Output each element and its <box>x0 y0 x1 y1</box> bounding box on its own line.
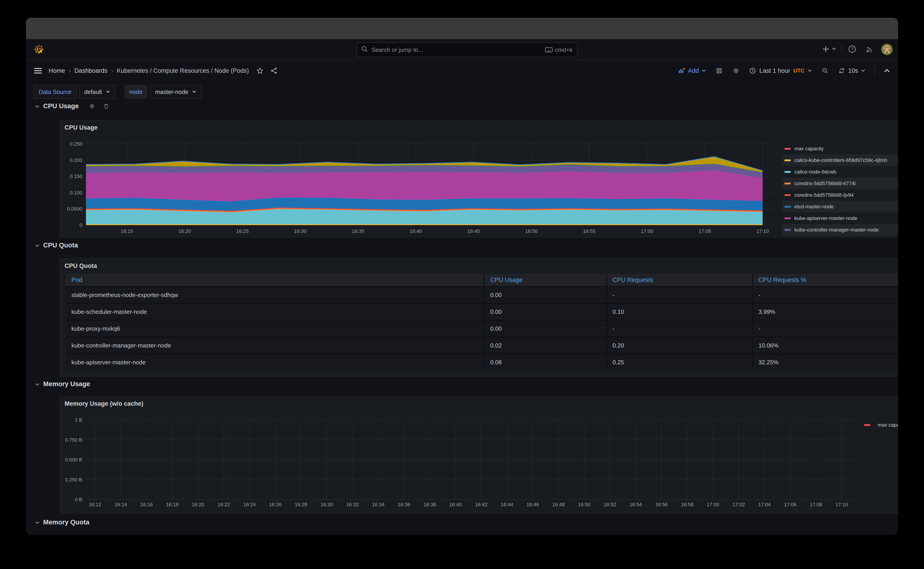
search-shortcut: cmd+k <box>545 46 573 53</box>
add-button[interactable]: Add <box>678 67 706 75</box>
dashboard-settings-gear-icon[interactable] <box>732 67 740 75</box>
cpu-usage-chart[interactable]: 00.05000.1000.1500.2000.25016:1516:2016:… <box>60 120 898 237</box>
help-icon[interactable]: ? <box>848 45 856 53</box>
y-axis-tick: 0.0500 <box>67 206 82 212</box>
x-axis-tick: 16:42 <box>475 502 488 507</box>
table-header-cell[interactable]: CPU Usage <box>485 274 606 286</box>
panel-cpu-usage: CPU Usage 00.05000.1000.1500.2000.25016:… <box>59 120 898 237</box>
x-axis-tick: 16:30 <box>321 502 333 507</box>
x-axis-tick: 16:30 <box>294 228 307 234</box>
news-rss-icon[interactable] <box>865 45 874 53</box>
x-axis-tick: 17:06 <box>784 502 796 507</box>
chevron-down-icon[interactable] <box>832 47 836 50</box>
memory-usage-legend[interactable]: max capacity <box>864 422 898 428</box>
grafana-header: Search or jump to... cmd+k ? <box>26 39 898 60</box>
panel-title[interactable]: Memory Usage (w/o cache) <box>65 400 143 407</box>
grafana-logo[interactable] <box>33 44 44 56</box>
x-axis-tick: 17:05 <box>699 228 711 234</box>
table-cell: stable-prometheus-node-exporter-sdhqw <box>66 287 484 303</box>
table-header-cell[interactable]: CPU Requests % <box>753 274 898 286</box>
refresh-picker[interactable]: 10s <box>838 67 865 75</box>
legend-item[interactable]: kube-apiserver-master-node <box>782 212 898 224</box>
x-axis-tick: 16:16 <box>140 502 153 507</box>
table-cell: 0.10 <box>607 304 752 320</box>
x-axis-tick: 17:00 <box>707 502 719 507</box>
x-axis-tick: 16:18 <box>166 502 178 507</box>
variable-value-node[interactable]: master-node <box>150 85 201 99</box>
share-dashboard-icon[interactable] <box>270 67 278 75</box>
panel-title[interactable]: CPU Usage <box>65 124 98 131</box>
table-cell: 0.00 <box>485 287 606 303</box>
variable-value-datasource[interactable]: default <box>79 85 115 99</box>
favorite-star-icon[interactable] <box>256 67 264 75</box>
table-cell: kube-controller-manager-master-node <box>66 338 484 353</box>
time-range-label: Last 1 hour <box>759 67 790 75</box>
row-settings-gear-icon[interactable] <box>89 103 96 110</box>
row-header-memory-usage[interactable]: Memory Usage <box>35 380 90 388</box>
x-axis-tick: 17:04 <box>758 502 771 507</box>
x-axis-tick: 16:52 <box>603 502 616 507</box>
safari-window: grafana.hagn.network A <box>26 18 898 535</box>
breadcrumb-dashboards[interactable]: Dashboards <box>74 67 108 75</box>
browser-toolbar: grafana.hagn.network A <box>26 18 898 40</box>
panel-memory-usage: Memory Usage (w/o cache) 0 B0.250 B0.500… <box>59 396 898 514</box>
search-input[interactable]: Search or jump to... cmd+k <box>357 42 578 57</box>
legend-item[interactable]: etcd-master-node <box>782 201 898 212</box>
variable-label-node[interactable]: node <box>125 85 147 99</box>
legend-item[interactable]: coredns-5dd5756b68-6774l <box>782 178 898 189</box>
x-axis-tick: 16:32 <box>346 502 359 507</box>
zoom-out-time-icon[interactable] <box>821 67 829 75</box>
legend-color-pill <box>784 218 791 219</box>
breadcrumb-separator: › <box>69 67 71 75</box>
legend-color-pill <box>784 229 791 231</box>
row-header-cpu-usage[interactable]: CPU Usage <box>35 102 109 110</box>
x-axis-tick: 16:35 <box>352 228 364 234</box>
legend-item[interactable]: kube-controller-manager-master-node <box>782 224 898 236</box>
legend-item[interactable]: max capacity <box>782 143 898 154</box>
legend-item-label: coredns-5dd5756b68-ljv94 <box>795 192 854 198</box>
avatar[interactable] <box>881 44 893 57</box>
x-axis-tick: 17:00 <box>641 228 653 234</box>
variable-label-datasource[interactable]: Data Source <box>33 85 77 99</box>
cpu-usage-legend: max capacitycalico-kube-controllers-658d… <box>782 143 898 236</box>
x-axis-tick: 17:10 <box>835 502 848 507</box>
legend-item[interactable]: coredns-5dd5756b68-ljv94 <box>782 189 898 201</box>
x-axis-tick: 17:02 <box>733 502 745 507</box>
menu-hamburger-icon[interactable] <box>34 67 42 74</box>
table-header-cell[interactable]: Pod <box>66 274 484 286</box>
new-dashboard-plus-icon[interactable] <box>822 45 830 53</box>
table-cell: - <box>753 287 898 303</box>
collapse-toolbar-chevron-up-icon[interactable] <box>884 69 890 73</box>
legend-item[interactable]: calico-kube-controllers-658d97c59c-4jfmh <box>782 154 898 166</box>
table-cell: 0.08 <box>485 354 606 370</box>
table-cell: 32.25% <box>753 354 898 370</box>
panel-title[interactable]: CPU Quota <box>65 262 97 269</box>
series-area <box>86 170 763 201</box>
save-dashboard-icon[interactable] <box>715 67 723 75</box>
variables-row: Data Source default node master-node <box>33 85 201 99</box>
x-axis-tick: 16:40 <box>409 228 422 234</box>
legend-color-pill <box>784 160 791 161</box>
y-axis-tick: 0.100 <box>70 190 82 196</box>
memory-usage-chart[interactable]: 0 B0.250 B0.500 B0.750 B1 B16:1216:1416:… <box>60 397 898 513</box>
breadcrumb-separator: › <box>111 67 113 75</box>
table-cell: 10.06% <box>753 338 898 353</box>
time-range-picker[interactable]: Last 1 hour UTC <box>749 67 812 75</box>
x-axis-tick: 16:44 <box>501 502 513 507</box>
divider <box>841 44 842 54</box>
breadcrumb-home[interactable]: Home <box>49 67 65 75</box>
x-axis-tick: 16:28 <box>295 502 307 507</box>
table-header-cell[interactable]: CPU Requests <box>607 274 752 286</box>
x-axis-tick: 16:54 <box>629 502 642 507</box>
x-axis-tick: 17:08 <box>810 502 822 507</box>
row-header-cpu-quota[interactable]: CPU Quota <box>35 242 78 249</box>
legend-color-pill <box>864 424 870 426</box>
x-axis-tick: 16:26 <box>269 502 281 507</box>
legend-item[interactable]: calico-node-6dcwb <box>782 166 898 178</box>
cpu-quota-table: PodCPU UsageCPU RequestsCPU Requests %st… <box>66 274 898 370</box>
row-header-memory-quota[interactable]: Memory Quota <box>35 519 90 526</box>
x-axis-tick: 16:36 <box>398 502 410 507</box>
x-axis-tick: 16:48 <box>552 502 565 507</box>
legend-item-label: kube-apiserver-master-node <box>795 215 857 221</box>
row-delete-trash-icon[interactable] <box>103 103 109 110</box>
